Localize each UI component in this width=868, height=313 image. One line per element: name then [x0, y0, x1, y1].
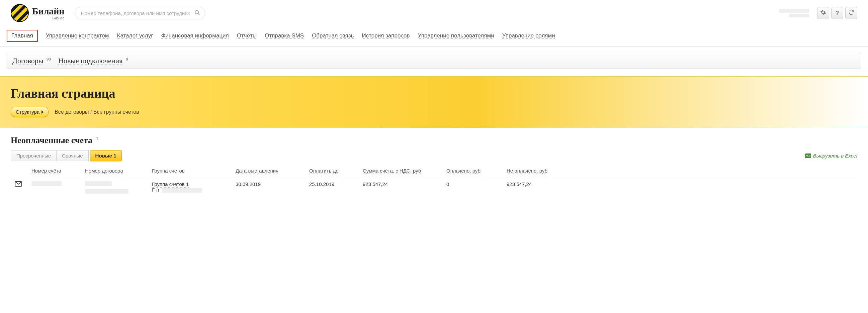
- nav-item-main[interactable]: Главная: [7, 30, 38, 42]
- cell-paid: 0: [442, 177, 503, 199]
- svg-line-1: [198, 14, 199, 15]
- breadcrumb-separator: /: [90, 109, 93, 115]
- col-paid[interactable]: Оплачено, руб: [442, 165, 503, 177]
- logo-subtext: Бизнес: [32, 16, 65, 20]
- nav-item-contract-mgmt[interactable]: Управление контрактом: [46, 32, 109, 39]
- nav-item-financial[interactable]: Финансовая информация: [161, 32, 228, 39]
- col-amount[interactable]: Сумма счёта, с НДС, руб: [359, 165, 442, 177]
- structure-row: Структура Все договоры / Все группы счет…: [11, 107, 857, 117]
- logo-text: Билайн: [32, 6, 65, 17]
- triangle-right-icon: [41, 110, 43, 114]
- search-input[interactable]: [74, 7, 205, 20]
- export-excel-link[interactable]: XLS Выгрузить в Excel: [805, 153, 857, 159]
- page-banner: Главная страница Структура Все договоры …: [0, 76, 868, 128]
- structure-button-label: Структура: [16, 109, 39, 115]
- subtabs-bar: Договоры 90 Новые подключения 0: [7, 53, 861, 69]
- section-count: 1: [96, 136, 98, 141]
- section-title-text: Неоплаченные счета: [11, 135, 92, 145]
- cell-group: Группа счетов 1 Г-н: [148, 177, 231, 199]
- refresh-icon: [848, 9, 854, 17]
- tab-new[interactable]: Новые 1: [90, 150, 122, 161]
- breadcrumb: Все договоры / Все группы счетов: [55, 109, 139, 115]
- tab-overdue[interactable]: Просроченные: [11, 150, 57, 161]
- cell-amount: 923 547,24: [359, 177, 442, 199]
- tab-urgent[interactable]: Срочные: [57, 150, 88, 161]
- group-sub-prefix: Г-н: [152, 187, 159, 193]
- export-excel-label: Выгрузить в Excel: [813, 153, 857, 159]
- breadcrumb-item[interactable]: Все договоры: [55, 109, 89, 115]
- settings-button[interactable]: [817, 7, 829, 19]
- user-block[interactable]: [766, 8, 809, 18]
- logo[interactable]: Билайн Бизнес: [11, 4, 65, 22]
- subtab-contracts-count: 90: [46, 57, 51, 62]
- header: Билайн Бизнес ?: [0, 0, 868, 25]
- cell-issue-date: 30.09.2019: [231, 177, 305, 199]
- nav-item-feedback[interactable]: Обратная связь: [312, 32, 354, 39]
- nav-item-catalog[interactable]: Каталог услуг: [117, 32, 153, 39]
- gear-icon: [820, 9, 826, 17]
- cell-unpaid: 923 547,24: [503, 177, 857, 199]
- subtab-new-connections[interactable]: Новые подключения: [58, 57, 122, 65]
- col-invoice-no[interactable]: Номер счёта: [27, 165, 81, 177]
- logo-text-wrap: Билайн Бизнес: [32, 6, 65, 20]
- search-wrap: [74, 7, 205, 20]
- envelope-icon[interactable]: [15, 182, 22, 187]
- col-icon: [11, 165, 27, 177]
- tab-row: Просроченные Срочные Новые 1 XLS Выгрузи…: [11, 150, 857, 161]
- col-contract-no[interactable]: Номер договора: [81, 165, 148, 177]
- subtab-contracts[interactable]: Договоры: [12, 57, 43, 65]
- invoices-table: Номер счёта Номер договора Группа счетов…: [11, 165, 857, 199]
- xls-icon: XLS: [805, 153, 811, 158]
- main-nav: Главная Управление контрактом Каталог ус…: [0, 25, 868, 47]
- refresh-button[interactable]: [845, 7, 857, 19]
- svg-point-0: [195, 11, 198, 14]
- col-pay-by[interactable]: Оплатить до: [305, 165, 359, 177]
- nav-item-roles[interactable]: Управление ролями: [502, 32, 555, 39]
- nav-item-users[interactable]: Управление пользователями: [418, 32, 494, 39]
- nav-item-reports[interactable]: Отчёты: [237, 32, 257, 39]
- nav-item-history[interactable]: История запросов: [362, 32, 410, 39]
- cell-contract-no: [81, 177, 148, 199]
- cell-invoice-no: [27, 177, 81, 199]
- search-icon[interactable]: [194, 10, 200, 16]
- col-unpaid[interactable]: Не оплачено, руб: [503, 165, 857, 177]
- section-title: Неоплаченные счета 1: [11, 135, 857, 145]
- table-header-row: Номер счёта Номер договора Группа счетов…: [11, 165, 857, 177]
- nav-item-sms[interactable]: Отправка SMS: [265, 32, 304, 39]
- structure-button[interactable]: Структура: [11, 107, 49, 117]
- subtab-new-connections-count: 0: [126, 57, 128, 62]
- col-group: Группа счетов: [148, 165, 231, 177]
- breadcrumb-item[interactable]: Все группы счетов: [93, 109, 139, 115]
- unpaid-section: Неоплаченные счета 1 Просроченные Срочны…: [0, 128, 868, 206]
- page-title: Главная страница: [11, 86, 857, 101]
- cell-pay-by: 25.10.2019: [305, 177, 359, 199]
- question-icon: ?: [836, 10, 839, 17]
- help-button[interactable]: ?: [831, 7, 843, 19]
- logo-icon: [11, 4, 29, 22]
- table-row: Группа счетов 1 Г-н 30.09.2019 25.10.201…: [11, 177, 857, 199]
- col-issue-date[interactable]: Дата выставления: [231, 165, 305, 177]
- group-link[interactable]: Группа счетов 1: [152, 181, 189, 187]
